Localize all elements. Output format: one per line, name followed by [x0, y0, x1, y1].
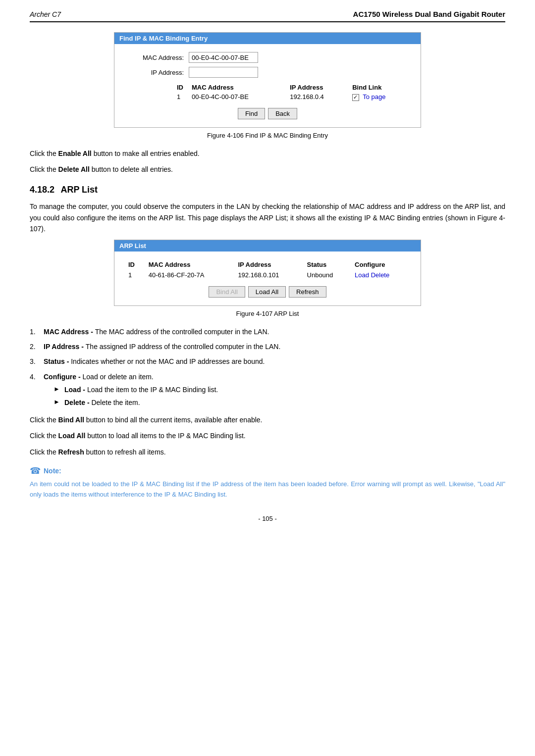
- arp-col-mac: MAC Address: [145, 259, 234, 270]
- list-item-4: 4. Configure - Load or delete an item. ►…: [30, 371, 505, 410]
- cell-ip: 192.168.0.4: [287, 92, 349, 102]
- ip-text: The assigned IP address of the controlle…: [86, 343, 281, 351]
- bind-checkbox[interactable]: [352, 94, 359, 101]
- header-archer: Archer C7: [30, 10, 61, 18]
- figure-106-box: Find IP & MAC Binding Entry MAC Address:…: [114, 32, 421, 128]
- list-content-3: Status - Indicates whether or not the MA…: [44, 356, 505, 367]
- section-heading: 4.18.2 ARP List: [30, 185, 505, 195]
- bind-all-button[interactable]: Bind All: [209, 286, 245, 298]
- list-num-2: 2.: [30, 341, 44, 352]
- sub-item-load: ► Load - Load the item to the IP & MAC B…: [54, 384, 505, 395]
- arp-cell-mac: 40-61-86-CF-20-7A: [145, 270, 234, 280]
- mac-address-input[interactable]: [189, 52, 258, 63]
- refresh-button[interactable]: Refresh: [289, 286, 326, 298]
- col-bind-link: Bind Link: [349, 83, 411, 92]
- arp-cell-ip: 192.168.0.101: [234, 270, 303, 280]
- ip-address-label: IP Address:: [124, 69, 184, 76]
- arp-list-table: ID MAC Address IP Address Status Configu…: [124, 259, 411, 280]
- configure-text: Load or delete an item.: [83, 373, 154, 381]
- list-item-2: 2. IP Address - The assigned IP address …: [30, 341, 505, 352]
- note-label: Note:: [44, 467, 61, 475]
- back-button[interactable]: Back: [268, 108, 297, 119]
- mac-address-label: MAC Address:: [124, 54, 184, 61]
- arp-intro-para: To manage the computer, you could observ…: [30, 201, 505, 234]
- arrow-icon-2: ►: [54, 397, 64, 408]
- description-list: 1. MAC Address - The MAC address of the …: [30, 326, 505, 410]
- mac-text: The MAC address of the controlled comput…: [95, 328, 269, 336]
- page-number: - 105 -: [30, 515, 505, 522]
- figure-107-title: ARP List: [114, 240, 421, 252]
- click-bind-all-para: Click the Bind All button to bind all th…: [30, 414, 505, 425]
- arp-col-status: Status: [303, 259, 351, 270]
- status-text: Indicates whether or not the MAC and IP …: [71, 357, 265, 365]
- arp-cell-configure: Load Delete: [351, 270, 411, 280]
- delete-link[interactable]: Delete: [371, 271, 390, 279]
- enable-all-para: Click the Enable All button to make all …: [30, 148, 505, 159]
- to-page-link[interactable]: To page: [363, 93, 385, 101]
- mac-bold: MAC Address -: [44, 328, 95, 336]
- delete-all-para: Click the Delete All button to delete al…: [30, 164, 505, 175]
- configure-sub-list: ► Load - Load the item to the IP & MAC B…: [54, 384, 505, 408]
- note-section: ☎ Note: An item could not be loaded to t…: [30, 465, 505, 500]
- load-sub-text: Load - Load the item to the IP & MAC Bin…: [64, 384, 218, 395]
- click-refresh-para: Click the Refresh button to refresh all …: [30, 447, 505, 457]
- arp-col-id: ID: [124, 259, 145, 270]
- header-product: AC1750 Wireless Dual Band Gigabit Router: [353, 10, 505, 18]
- click-load-all-para: Click the Load All button to load all it…: [30, 430, 505, 441]
- list-content-4: Configure - Load or delete an item. ► Lo…: [44, 371, 505, 410]
- figure-106-caption: Figure 4-106 Find IP & MAC Binding Entry: [30, 132, 505, 139]
- page-header: Archer C7 AC1750 Wireless Dual Band Giga…: [30, 10, 505, 22]
- arp-cell-id: 1: [124, 270, 145, 280]
- col-id: ID: [174, 83, 189, 92]
- load-link[interactable]: Load: [355, 271, 369, 279]
- sub-item-delete: ► Delete - Delete the item.: [54, 397, 505, 408]
- list-content-1: MAC Address - The MAC address of the con…: [44, 326, 505, 337]
- find-button[interactable]: Find: [238, 108, 265, 119]
- table-row: 1 00-E0-4C-00-07-BE 192.168.0.4 To page: [174, 92, 411, 102]
- list-num-4: 4.: [30, 371, 44, 410]
- ip-address-input[interactable]: [189, 67, 258, 78]
- list-item-3: 3. Status - Indicates whether or not the…: [30, 356, 505, 367]
- cell-mac: 00-E0-4C-00-07-BE: [189, 92, 287, 102]
- arp-table-row: 1 40-61-86-CF-20-7A 192.168.0.101 Unboun…: [124, 270, 411, 280]
- cell-bind-link: To page: [349, 92, 411, 102]
- arp-cell-status: Unbound: [303, 270, 351, 280]
- list-content-2: IP Address - The assigned IP address of …: [44, 341, 505, 352]
- delete-sub-text: Delete - Delete the item.: [64, 397, 140, 408]
- figure-106-title: Find IP & MAC Binding Entry: [114, 33, 421, 44]
- status-bold: Status -: [44, 357, 71, 365]
- list-item-1: 1. MAC Address - The MAC address of the …: [30, 326, 505, 337]
- find-result-table: ID MAC Address IP Address Bind Link 1 00…: [174, 83, 411, 102]
- cell-id: 1: [174, 92, 189, 102]
- list-num-1: 1.: [30, 326, 44, 337]
- arp-col-ip: IP Address: [234, 259, 303, 270]
- load-all-button[interactable]: Load All: [248, 286, 286, 298]
- figure-107-box: ARP List ID MAC Address IP Address Statu…: [114, 240, 421, 306]
- col-ip: IP Address: [287, 83, 349, 92]
- arp-col-configure: Configure: [351, 259, 411, 270]
- note-header: ☎ Note:: [30, 465, 505, 476]
- note-icon: ☎: [30, 465, 41, 476]
- figure-107-caption: Figure 4-107 ARP List: [30, 310, 505, 317]
- ip-bold: IP Address -: [44, 343, 86, 351]
- col-mac: MAC Address: [189, 83, 287, 92]
- arrow-icon: ►: [54, 384, 64, 395]
- list-num-3: 3.: [30, 356, 44, 367]
- configure-bold: Configure -: [44, 373, 83, 381]
- note-text: An item could not be loaded to the IP & …: [30, 479, 505, 500]
